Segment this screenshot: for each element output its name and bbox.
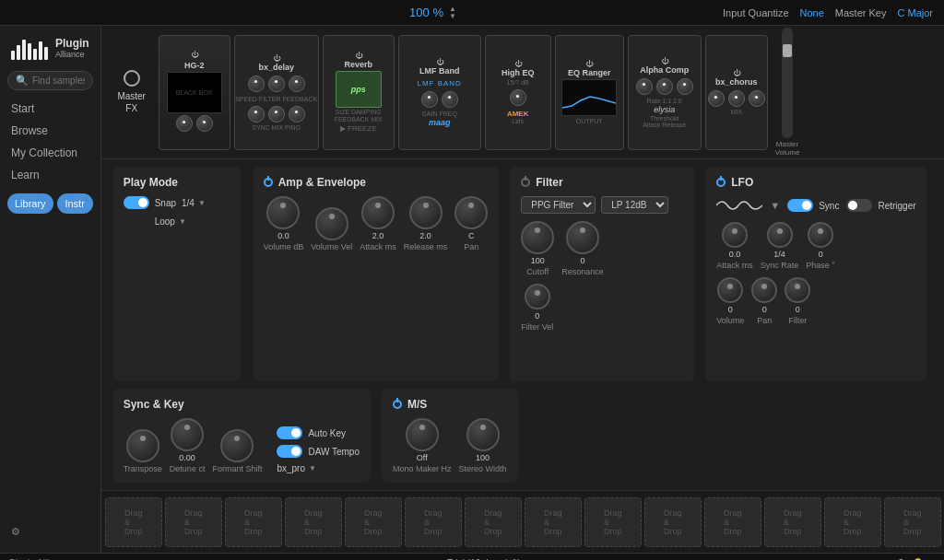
fx-chorus-knob3[interactable] [749,90,765,107]
fx-hg2-knob1[interactable] [176,115,193,132]
fx-bxdelay-knob4[interactable] [248,106,265,122]
fx-bxdelay-knob5[interactable] [268,106,285,122]
lfo-retrigger-toggle[interactable] [846,199,872,212]
amp-power-icon[interactable] [264,178,273,187]
mono-maker-knob[interactable] [406,418,439,451]
drag-slot-13[interactable]: Drag&Drop [884,497,941,547]
cutoff-knob[interactable] [521,221,554,254]
fx-alphacomp-knob3[interactable] [677,78,693,95]
attack-knob[interactable] [361,196,395,229]
drag-slot-8[interactable]: Drag&Drop [584,497,642,547]
lfo-wave-arrow-icon[interactable]: ▼ [770,200,780,211]
lfo-volume-knob[interactable] [717,277,743,303]
fx-bxdelay-knob3[interactable] [289,76,305,92]
tab-library[interactable]: Library [7,193,53,214]
fx-alphacomp-knob1[interactable] [636,78,653,95]
fx-slot-bxdelay[interactable]: ⏻ bx_delay SPEED FILTER FEEDBACK SYNC MI… [234,35,319,150]
lfo-syncrate-knob[interactable] [767,222,793,248]
filter-knobs-row: 100 Cutoff 0 Resonance [521,221,683,276]
filter-power-icon[interactable] [521,178,530,187]
fx-eqranger-name: EQ Ranger [568,68,611,77]
fx-chorus-labels: MIX [730,109,741,115]
resonance-knob[interactable] [566,221,599,254]
drag-slot-4[interactable]: Drag&Drop [345,497,402,547]
drag-slot-10[interactable]: Drag&Drop [704,497,761,547]
drag-slot-2[interactable]: Drag&Drop [225,497,282,547]
lfo-title: LFO [716,176,915,189]
tab-instr[interactable]: Instr [57,193,93,214]
fx-lmf-knob2[interactable] [442,91,458,108]
sidebar-item-collection[interactable]: My Collection [0,142,100,164]
fx-slot-reverb[interactable]: ⏻ Reverb pps SIZE DAMPING FEEDBACK MIX ▶… [323,35,395,150]
stereo-width-knob[interactable] [466,418,500,451]
fx-bxdelay-knob2[interactable] [268,76,285,92]
master-key-value[interactable]: C Major [897,7,933,18]
sidebar-item-start[interactable]: Start [0,98,100,120]
snap-toggle-thumb [138,198,148,207]
attack-label: Attack ms [360,242,396,251]
formant-knob[interactable] [220,429,254,462]
fx-alphacomp-knob2[interactable] [656,78,673,95]
drag-slot-9[interactable]: Drag&Drop [644,497,702,547]
drag-slot-5[interactable]: Drag&Drop [405,497,462,547]
snap-toggle-row: Snap 1/4 ▼ [124,196,230,209]
drag-slot-0[interactable]: Drag&Drop [105,497,162,547]
zoom-control[interactable]: 100 % ▲ ▼ [409,6,456,20]
transpose-knob[interactable] [126,429,159,462]
lfo-pan-knob[interactable] [751,277,777,303]
fx-slot-hg2-name: HG-2 [184,61,205,70]
search-box[interactable]: 🔍 [7,71,93,90]
fx-chorus-knob2[interactable] [728,90,745,107]
input-quantize-label: Input Quantize [723,7,789,18]
drag-slot-3[interactable]: Drag&Drop [285,497,342,547]
fx-slot-alphacomp[interactable]: ⏻ Alpha Comp Rate 1:1 2:0 elysia Thresho… [628,35,702,150]
lfo-power-icon[interactable] [716,178,726,187]
volume-db-knob[interactable] [266,196,300,229]
fx-hg2-knob2[interactable] [196,115,213,132]
filter-vel-knob[interactable] [525,284,550,309]
sidebar-item-learn[interactable]: Learn [0,164,100,186]
auto-key-toggle[interactable] [277,426,302,439]
volume-vel-knob[interactable] [315,207,348,240]
drag-slot-11[interactable]: Drag&Drop [764,497,821,547]
zoom-arrows[interactable]: ▲ ▼ [449,6,456,20]
lfo-filter-knob[interactable] [785,277,810,303]
daw-tempo-toggle[interactable] [277,445,302,458]
fx-slot-eqranger[interactable]: ⏻ EQ Ranger OUTPUT [555,35,624,150]
loop-dropdown[interactable]: Loop ▼ [155,216,230,227]
ms-power-icon[interactable] [393,400,402,409]
pan-knob[interactable] [454,196,488,229]
filter-mode-select[interactable]: LP 12dB [601,196,668,214]
release-knob[interactable] [409,196,442,229]
settings-button[interactable]: ⚙ [0,519,100,545]
filter-type-select[interactable]: PPG Filter [521,196,596,214]
snap-dropdown[interactable]: 1/4 ▼ [182,198,206,208]
lfo-phase-knob[interactable] [808,222,833,248]
lfo-filter-value: 0 [796,305,800,314]
fx-bxdelay-knob6[interactable] [289,106,305,122]
drag-slot-1[interactable]: Drag&Drop [165,497,222,547]
fx-slot-bxchorus[interactable]: ⏻ bx_chorus MIX [705,35,768,150]
fx-bxdelay-knob1[interactable] [248,76,265,92]
detune-knob[interactable] [171,418,204,451]
synth-panels: Play Mode Snap 1/4 ▼ Loop [101,159,944,389]
snap-toggle[interactable] [124,196,149,209]
sidebar-item-browse[interactable]: Browse [0,120,100,142]
fx-chorus-knob1[interactable] [708,90,725,107]
lfo-attack-knob[interactable] [722,222,748,248]
drag-slot-12[interactable]: Drag&Drop [824,497,881,547]
lfo-sync-toggle[interactable] [787,199,813,212]
drag-slot-7[interactable]: Drag&Drop [525,497,582,547]
master-volume-slider[interactable] [782,28,793,138]
plugin-dropdown[interactable]: bx_pro ▼ [277,463,360,473]
master-volume-label: MasterVolume [775,140,800,157]
fx-hieq-knob[interactable] [510,89,526,106]
fx-slot-hg2[interactable]: ⏻ HG-2 BLACK BOX [159,35,230,150]
master-fx-button[interactable]: MasterFX [109,70,155,114]
fx-lmf-knob1[interactable] [421,91,438,108]
input-quantize-value[interactable]: None [800,7,824,18]
drag-slot-6[interactable]: Drag&Drop [465,497,522,547]
fx-slot-lmfband[interactable]: ⏻ LMF Band LMF BAND GAIN FREQ maag [398,35,481,150]
search-input[interactable] [32,76,85,86]
fx-slot-hieq[interactable]: ⏻ High EQ 15/7 dB AMEK Lkfs [485,35,551,150]
